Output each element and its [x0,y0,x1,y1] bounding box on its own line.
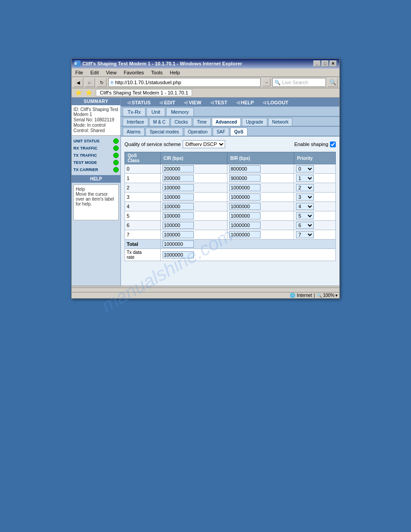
status-bar: 🌐 Internet | 🔍 100% ▾ [72,292,339,298]
total-label: Total [125,240,161,249]
th-class: QoSClass [125,152,161,164]
bir-input-1[interactable] [229,175,261,182]
tab-upgrade[interactable]: Upgrade [242,118,267,126]
priority-0: 01234567 [294,164,336,174]
status-tx-label: TX TRAFFIC [73,153,97,158]
bir-input-0[interactable] [229,165,261,172]
class-7: 7 [125,230,161,240]
tab-interface[interactable]: Interface [123,118,148,126]
tab-saf[interactable]: SAF [213,128,229,136]
th-bir: BIR (bps) [227,152,294,164]
search-go[interactable]: 🔍 [328,78,338,87]
priority-select-6[interactable]: 01234567 [296,222,314,229]
tab-qos[interactable]: QoS [230,128,248,136]
cir-input-5[interactable] [163,212,194,219]
menu-edit[interactable]: Edit [89,69,101,76]
bir-input-4[interactable] [229,203,261,210]
priority-select-2[interactable]: 01234567 [296,184,314,191]
enable-shaping-checkbox[interactable] [330,142,336,147]
cir-input-6[interactable] [163,222,194,229]
cir-6 [161,221,227,230]
tab-row-1: Tx-Rx Unit Memory [121,107,339,117]
nav-status[interactable]: ◁ STATUS [123,99,155,107]
tab-mc[interactable]: M & C [149,118,170,126]
cir-input-1[interactable] [163,175,194,182]
bir-input-3[interactable] [229,193,261,201]
cir-input-4[interactable] [163,203,194,210]
priority-select-1[interactable]: 01234567 [296,175,314,182]
tab-operation[interactable]: Operation [184,128,212,136]
menu-tools[interactable]: Tools [150,69,165,76]
cir-input-0[interactable] [163,165,194,172]
nav-view-arrow: ◁ [184,100,187,105]
back-button[interactable]: ◀ [73,78,83,87]
bir-input-2[interactable] [229,184,261,191]
tab-special-modes[interactable]: Special modes [146,128,183,136]
top-nav: ◁ STATUS ◁ EDIT ◁ VIEW ◁ [121,98,339,107]
tx-data-rate-input[interactable] [163,251,194,258]
search-bar[interactable]: 🔍 Live Search [272,78,326,87]
priority-select-5[interactable]: 01234567 [296,212,314,219]
qos-scheme-right: Enable shaping [294,142,336,147]
go-button[interactable]: → [262,78,270,86]
tab-time[interactable]: Time [193,118,211,126]
zoom-dropdown[interactable]: ▾ [335,293,338,298]
priority-select-0[interactable]: 01234567 [296,165,314,172]
minimize-button[interactable]: _ [313,60,321,67]
nav-edit-arrow: ◁ [159,100,163,105]
tab-advanced[interactable]: Advanced [212,118,241,126]
nav-edit-label: EDIT [164,100,175,105]
nav-view[interactable]: ◁ VIEW [180,99,206,107]
scroll-area[interactable] [72,286,339,292]
bir-5 [227,211,294,221]
qos-scheme-select[interactable]: Diffserv DSCP None 802.1p [183,140,225,148]
refresh-button[interactable]: ↻ [97,78,107,87]
tab-clocks[interactable]: Clocks [171,118,192,126]
bir-input-7[interactable] [229,231,261,238]
tab-network[interactable]: Network [268,118,293,126]
ie-window: e Cliff's Shaping Test Modem 1 - 10.1.70… [71,58,340,299]
qos-scheme-left: Quality of service scheme Diffserv DSCP … [124,140,225,148]
bir-input-6[interactable] [229,222,261,229]
total-row: Total [125,240,336,249]
nav-edit[interactable]: ◁ EDIT [155,99,180,107]
tab-tx-rx[interactable]: Tx-Rx [123,107,146,116]
priority-select-4[interactable]: 01234567 [296,203,314,210]
class-3: 3 [125,193,161,202]
tab-memory[interactable]: Memory [166,107,194,116]
nav-view-label: VIEW [188,100,201,105]
close-button[interactable]: ✕ [330,60,337,67]
content-area: SUMMARY ID: Cliff's Shaping Test Modem 1… [72,98,339,286]
menu-help[interactable]: Help [168,69,182,76]
tab-alarms[interactable]: Alarms [123,128,145,136]
status-carrier: TX CARRIER [72,166,120,173]
priority-3: 01234567 [294,193,336,202]
favorites-title[interactable]: Cliff's Shaping Test Modem 1 - 10.1.70.1 [96,89,192,96]
cir-input-7[interactable] [163,231,194,238]
add-fav-icon[interactable]: ⭐ [86,90,92,96]
cir-input-2[interactable] [163,184,194,191]
address-input[interactable] [115,80,258,85]
menu-favorites[interactable]: Favorites [122,69,146,76]
cir-2 [161,183,227,193]
maximize-button[interactable]: □ [321,60,329,67]
tx-data-rate-label: Tx datarate [125,249,161,261]
cir-input-3[interactable] [163,193,194,201]
zoom-icon: 🔍 [317,293,322,298]
tab-unit[interactable]: Unit [146,107,165,116]
nav-test[interactable]: ◁ TEST [206,99,232,107]
menu-file[interactable]: File [73,69,85,76]
menu-view[interactable]: View [104,69,119,76]
forward-button[interactable]: ▶ [85,78,95,87]
window-title: Cliff's Shaping Test Modem 1 - 10.1.70.1… [82,61,242,66]
priority-select-3[interactable]: 01234567 [296,193,314,201]
nav-logout[interactable]: ◁ LOGOUT [258,99,293,107]
priority-select-7[interactable]: 01234567 [296,231,314,238]
class-0: 0 [125,164,161,174]
nav-help[interactable]: ◁ HELP [232,99,258,107]
address-bar: e [108,78,261,87]
cir-1 [161,174,227,183]
table-row: 6 01234567 [125,221,336,230]
bir-input-5[interactable] [229,212,261,219]
total-input[interactable] [163,240,194,248]
